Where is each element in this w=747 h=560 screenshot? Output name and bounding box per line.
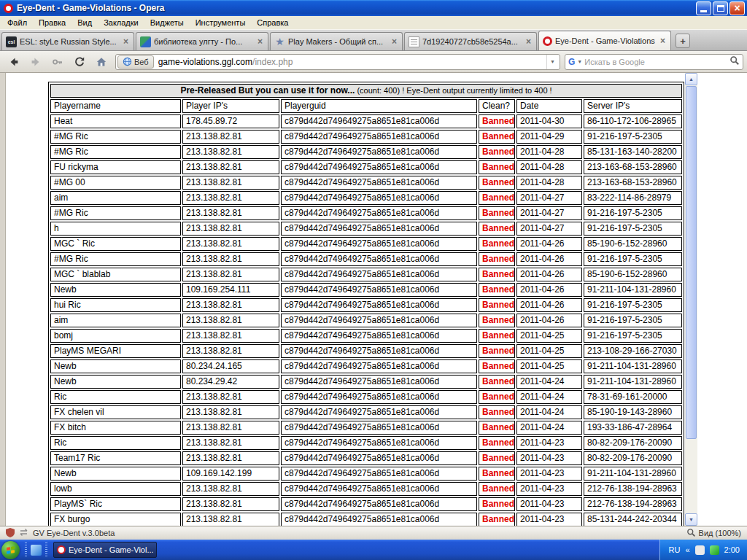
- cell-date: 2011-04-25: [516, 344, 582, 358]
- tab-close-icon[interactable]: ×: [659, 36, 667, 45]
- quick-launch-handle[interactable]: [45, 542, 47, 557]
- cell-server-ip: 91-216-197-5-2305: [584, 314, 682, 327]
- window-titlebar: Eye-Dent - Game-Violations - Opera ×: [0, 0, 747, 16]
- search-field[interactable]: G ▼ Искать в Google: [565, 54, 743, 70]
- language-indicator[interactable]: RU: [669, 545, 681, 554]
- cell-date: 2011-04-26: [516, 314, 582, 327]
- opera-favicon: [543, 36, 552, 46]
- tab-close-icon[interactable]: ×: [525, 37, 533, 46]
- cell-date: 2011-04-25: [516, 359, 582, 373]
- tray-icon[interactable]: [695, 545, 705, 555]
- quick-launch-handle[interactable]: [25, 542, 27, 557]
- home-button[interactable]: [91, 53, 111, 71]
- quick-launch-icon[interactable]: [31, 545, 42, 556]
- back-button[interactable]: [4, 53, 23, 71]
- new-tab-button[interactable]: +: [676, 34, 690, 48]
- menu-item-закладки[interactable]: Закладки: [98, 17, 144, 28]
- search-magnifier-icon[interactable]: [729, 55, 740, 69]
- wand-password-button[interactable]: [47, 53, 67, 71]
- cell-date: 2011-04-27: [516, 222, 582, 236]
- tab-doc[interactable]: 7d19240727cb58e5254a...×: [404, 32, 537, 50]
- cell-player-ip: 213.138.82.81: [182, 222, 279, 236]
- cell-playerguid: c879d442d749649275a8651e81ca006d: [281, 467, 477, 481]
- cell-player-ip: 213.138.82.81: [182, 191, 279, 205]
- tab-opera[interactable]: Eye-Dent - Game-Violations×: [538, 31, 671, 50]
- security-badge[interactable]: Веб: [117, 55, 154, 69]
- cell-clean: Banned: [479, 130, 515, 144]
- tab-book[interactable]: библиотека улгту - По...×: [136, 32, 268, 50]
- cell-player-ip: 213.138.82.81: [182, 344, 279, 358]
- menu-item-справка[interactable]: Справка: [251, 17, 294, 28]
- scrollbar-thumb[interactable]: [686, 86, 697, 439]
- cell-playername: Ric: [50, 390, 181, 404]
- cell-clean: Banned: [479, 222, 515, 236]
- panel-splitter[interactable]: [0, 73, 6, 526]
- cell-date: 2011-04-24: [516, 421, 582, 435]
- address-dropdown-button[interactable]: ▼: [546, 55, 558, 69]
- tab-close-icon[interactable]: ×: [256, 37, 264, 46]
- cell-date: 2011-04-23: [516, 467, 582, 481]
- tab-star[interactable]: ★Play Makers - Общий сп...×: [270, 32, 403, 50]
- clock[interactable]: 2:00: [724, 545, 740, 554]
- cell-playerguid: c879d442d749649275a8651e81ca006d: [281, 130, 477, 144]
- tab-close-icon[interactable]: ×: [390, 37, 398, 46]
- cell-server-ip: 91-211-104-131-28960: [584, 283, 682, 297]
- cell-clean: Banned: [479, 375, 515, 389]
- cell-player-ip: 213.138.82.81: [182, 145, 279, 159]
- table-row: FX bitch213.138.82.81c879d442d749649275a…: [50, 421, 682, 435]
- table-row: hui Ric213.138.82.81c879d442d749649275a8…: [50, 298, 682, 312]
- minimize-button[interactable]: [696, 1, 711, 15]
- cell-clean: Banned: [479, 191, 515, 205]
- forward-button[interactable]: [26, 53, 45, 71]
- tab-close-icon[interactable]: ×: [122, 37, 130, 46]
- cell-playerguid: c879d442d749649275a8651e81ca006d: [281, 160, 477, 174]
- cell-clean: Banned: [479, 283, 515, 297]
- cell-server-ip: 86-110-172-106-28965: [584, 114, 682, 128]
- cell-clean: Banned: [479, 436, 515, 450]
- tray-icon[interactable]: [710, 545, 719, 555]
- cell-playerguid: c879d442d749649275a8651e81ca006d: [281, 222, 477, 236]
- cell-server-ip: 80-82-209-176-20090: [584, 436, 682, 450]
- search-engine-dropdown-icon[interactable]: ▼: [577, 59, 582, 64]
- taskbar-task-button[interactable]: Eye-Dent - Game-Viol...: [53, 542, 157, 558]
- table-row: MGC ` blablab213.138.82.81c879d442d74964…: [50, 268, 682, 281]
- zoom-control[interactable]: Вид (100%): [686, 528, 741, 539]
- cell-date: 2011-04-24: [516, 390, 582, 404]
- tab-esl[interactable]: eslESL: styLe Russian Style...×: [1, 32, 134, 50]
- status-text: GV Eye-Dent v.3.0beta: [33, 529, 115, 537]
- maximize-button[interactable]: [713, 1, 728, 15]
- reload-button[interactable]: [69, 53, 89, 71]
- home-icon: [96, 56, 107, 68]
- menu-item-виджеты[interactable]: Виджеты: [144, 17, 190, 28]
- cell-playerguid: c879d442d749649275a8651e81ca006d: [281, 405, 477, 419]
- vertical-scrollbar[interactable]: ▲ ▼: [685, 73, 697, 526]
- menu-item-файл[interactable]: Файл: [1, 17, 33, 28]
- cell-clean: Banned: [479, 359, 515, 373]
- menu-item-инструменты[interactable]: Инструменты: [190, 17, 252, 28]
- menu-item-правка[interactable]: Правка: [33, 17, 71, 28]
- cell-playerguid: c879d442d749649275a8651e81ca006d: [281, 451, 477, 465]
- start-button[interactable]: [1, 541, 20, 559]
- tray-collapse-chevron[interactable]: «: [685, 545, 689, 554]
- cell-clean: Banned: [479, 206, 515, 220]
- cell-server-ip: 212-76-138-194-28963: [584, 497, 682, 511]
- esl-favicon: esl: [6, 36, 17, 47]
- cell-date: 2011-04-23: [516, 451, 582, 465]
- cell-player-ip: 80.234.24.165: [182, 359, 279, 373]
- tab-label: Play Makers - Общий сп...: [288, 37, 387, 46]
- table-row: aim213.138.82.81c879d442d749649275a8651e…: [50, 314, 682, 327]
- cell-server-ip: 85-190-19-143-28960: [584, 405, 682, 419]
- scroll-up-button[interactable]: ▲: [685, 73, 697, 85]
- cell-date: 2011-04-26: [516, 298, 582, 312]
- address-bar[interactable]: Веб game-violations.ggl.com/index.php ▼: [115, 54, 560, 70]
- cell-playerguid: c879d442d749649275a8651e81ca006d: [281, 359, 477, 373]
- cell-clean: Banned: [479, 114, 515, 128]
- scroll-down-button[interactable]: ▼: [685, 513, 697, 526]
- cell-playername: #MG 00: [50, 176, 181, 190]
- cell-server-ip: 91-216-197-5-2305: [584, 252, 682, 266]
- menu-item-вид[interactable]: Вид: [71, 17, 98, 28]
- forward-arrow-icon: [30, 56, 42, 68]
- cell-clean: Banned: [479, 268, 515, 281]
- close-button[interactable]: ×: [729, 1, 745, 15]
- globe-icon: [123, 57, 132, 66]
